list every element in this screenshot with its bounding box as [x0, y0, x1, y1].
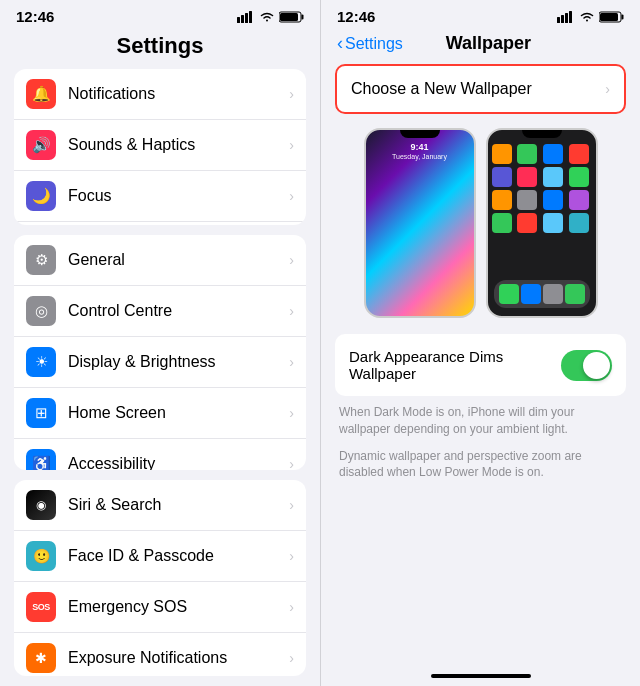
home-screen-preview [486, 128, 598, 318]
home-grid [488, 140, 596, 233]
choose-wallpaper-button[interactable]: Choose a New Wallpaper [335, 64, 626, 114]
back-button[interactable]: ‹ Settings [337, 33, 403, 54]
focus-chevron [289, 188, 294, 204]
control-label: Control Centre [68, 302, 289, 320]
sidebar-item-control[interactable]: ◎ Control Centre [14, 286, 306, 337]
sidebar-item-exposure[interactable]: ✱ Exposure Notifications [14, 633, 306, 676]
right-status-bar: 12:46 [321, 0, 640, 29]
app-icon [492, 190, 512, 210]
sidebar-item-siri[interactable]: ◉ Siri & Search [14, 480, 306, 531]
app-icon [543, 213, 563, 233]
sounds-label: Sounds & Haptics [68, 136, 289, 154]
sidebar-item-accessibility[interactable]: ♿ Accessibility [14, 439, 306, 470]
choose-wallpaper-label: Choose a New Wallpaper [351, 80, 532, 98]
dark-appearance-toggle[interactable] [561, 350, 612, 381]
svg-rect-3 [249, 11, 252, 23]
general-label: General [68, 251, 289, 269]
svg-rect-6 [280, 13, 298, 21]
svg-rect-0 [237, 17, 240, 23]
exposure-icon: ✱ [26, 643, 56, 673]
home-dock [494, 280, 590, 308]
helper-text-1: When Dark Mode is on, iPhone will dim yo… [335, 404, 626, 438]
right-time: 12:46 [337, 8, 375, 25]
focus-icon: 🌙 [26, 181, 56, 211]
home-notch [522, 130, 562, 138]
sidebar-item-notifications[interactable]: 🔔 Notifications [14, 69, 306, 120]
accessibility-label: Accessibility [68, 455, 289, 470]
lock-screen-overlay: 9:41 Tuesday, January [366, 130, 474, 316]
siri-label: Siri & Search [68, 496, 289, 514]
choose-wallpaper-chevron [605, 81, 610, 97]
app-icon [543, 144, 563, 164]
app-icon [569, 190, 589, 210]
home-row-3 [492, 190, 592, 210]
notifications-label: Notifications [68, 85, 289, 103]
sos-icon: SOS [26, 592, 56, 622]
app-icon [569, 213, 589, 233]
display-label: Display & Brightness [68, 353, 289, 371]
app-icon [569, 144, 589, 164]
right-nav-bar: ‹ Settings Wallpaper [321, 29, 640, 64]
sidebar-item-sounds[interactable]: 🔊 Sounds & Haptics [14, 120, 306, 171]
svg-rect-8 [561, 15, 564, 23]
faceid-icon: 🙂 [26, 541, 56, 571]
signal-icon [237, 11, 255, 23]
lock-notch [400, 130, 440, 138]
notifications-icon: 🔔 [26, 79, 56, 109]
homescreen-chevron [289, 405, 294, 421]
sounds-chevron [289, 137, 294, 153]
accessibility-chevron [289, 456, 294, 470]
app-icon [492, 144, 512, 164]
siri-icon: ◉ [26, 490, 56, 520]
faceid-label: Face ID & Passcode [68, 547, 289, 565]
right-signal-icon [557, 11, 575, 23]
toggle-knob [583, 352, 610, 379]
sos-label: Emergency SOS [68, 598, 289, 616]
sidebar-item-display[interactable]: ☀ Display & Brightness [14, 337, 306, 388]
control-chevron [289, 303, 294, 319]
sos-chevron [289, 599, 294, 615]
dark-appearance-label: Dark Appearance Dims Wallpaper [349, 348, 561, 382]
svg-rect-5 [302, 14, 304, 19]
control-icon: ◎ [26, 296, 56, 326]
app-icon [569, 167, 589, 187]
dark-appearance-row: Dark Appearance Dims Wallpaper [335, 334, 626, 396]
helper-text-2: Dynamic wallpaper and perspective zoom a… [335, 448, 626, 482]
app-icon [517, 167, 537, 187]
svg-rect-12 [622, 14, 624, 19]
back-chevron-icon: ‹ [337, 33, 343, 54]
wallpaper-preview: 9:41 Tuesday, January [335, 128, 626, 318]
dock-icon [543, 284, 563, 304]
accessibility-icon: ♿ [26, 449, 56, 470]
app-icon [492, 213, 512, 233]
sidebar-item-screentime[interactable]: ⏱ Screen Time [14, 222, 306, 225]
home-row-4 [492, 213, 592, 233]
svg-rect-7 [557, 17, 560, 23]
right-status-icons [557, 11, 624, 23]
homescreen-label: Home Screen [68, 404, 289, 422]
exposure-label: Exposure Notifications [68, 649, 289, 667]
right-wifi-icon [579, 11, 595, 23]
sidebar-item-homescreen[interactable]: ⊞ Home Screen [14, 388, 306, 439]
general-chevron [289, 252, 294, 268]
dock-icon [565, 284, 585, 304]
notifications-chevron [289, 86, 294, 102]
left-status-bar: 12:46 [0, 0, 320, 29]
lock-date: Tuesday, January [392, 153, 447, 160]
sounds-icon: 🔊 [26, 130, 56, 160]
sidebar-item-focus[interactable]: 🌙 Focus [14, 171, 306, 222]
battery-icon [279, 11, 304, 23]
sidebar-item-faceid[interactable]: 🙂 Face ID & Passcode [14, 531, 306, 582]
exposure-chevron [289, 650, 294, 666]
app-icon [492, 167, 512, 187]
back-label: Settings [345, 35, 403, 53]
svg-rect-1 [241, 15, 244, 23]
sidebar-item-general[interactable]: ⚙ General [14, 235, 306, 286]
sidebar-item-sos[interactable]: SOS Emergency SOS [14, 582, 306, 633]
svg-rect-9 [565, 13, 568, 23]
settings-panel: 12:46 Settings 🔔 [0, 0, 320, 686]
app-icon [543, 190, 563, 210]
wallpaper-content: Choose a New Wallpaper 9:41 Tuesday, Jan… [321, 64, 640, 668]
home-row-2 [492, 167, 592, 187]
wallpaper-page-title: Wallpaper [446, 33, 581, 54]
